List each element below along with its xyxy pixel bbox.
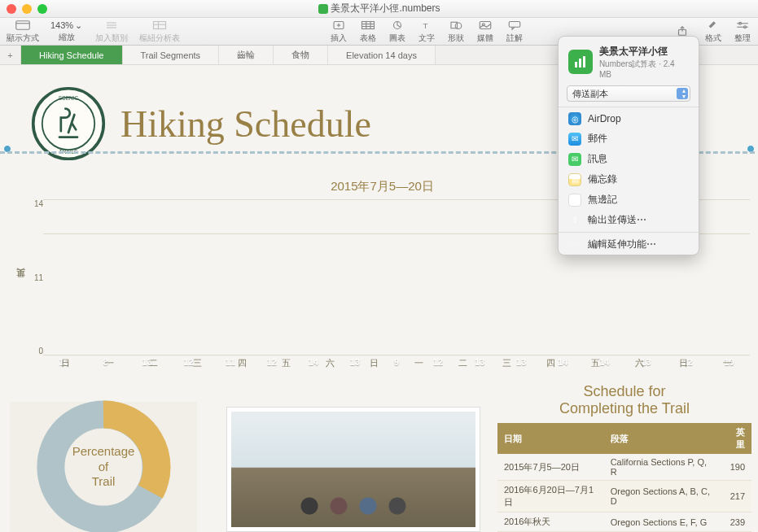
sheet-tab[interactable]: Hiking Schedule	[21, 46, 123, 64]
close-icon[interactable]	[7, 4, 16, 14]
sheet-tab[interactable]: 齒輪	[219, 46, 274, 64]
share-option-mail[interactable]: ✉郵件	[559, 129, 699, 149]
chevron-down-icon: ⌄	[75, 20, 82, 31]
extensions-icon: ⋯	[568, 238, 581, 251]
share-option-airdrop[interactable]: ◎AirDrop	[559, 109, 699, 129]
chevron-updown-icon: ▴▾	[682, 88, 686, 99]
share-option-notes[interactable]: ▤備忘錄	[559, 169, 699, 190]
organize-button[interactable]: 整理	[734, 19, 751, 44]
shape-button[interactable]: 形狀	[447, 19, 465, 44]
table-button[interactable]: 表格	[359, 19, 377, 44]
svg-text:T: T	[423, 21, 428, 30]
svg-rect-36	[583, 56, 585, 68]
minimize-icon[interactable]	[22, 4, 32, 14]
notes-icon: ▤	[568, 173, 581, 186]
table-row[interactable]: 2015年7月5—20日California Sections P, Q, R1…	[497, 454, 751, 481]
document-title: 美景太平洋小徑.numbers	[318, 2, 440, 15]
zoom-control[interactable]: 143%⌄ 縮放	[50, 20, 82, 43]
share-doc-name: 美景太平洋小徑	[599, 45, 689, 59]
export-icon: ⇪	[568, 214, 581, 227]
table-row[interactable]: 2016年6月20日—7月1日Oregon Sections A, B, C, …	[497, 481, 751, 512]
svg-rect-5	[154, 22, 166, 29]
share-header: 美景太平洋小徑 Numbers試算表 · 2.4 MB	[559, 37, 699, 85]
add-sheet-button[interactable]: +	[0, 46, 21, 64]
airdrop-icon: ◎	[568, 112, 581, 125]
schedule-table[interactable]: 日期段落英里 2015年7月5—20日California Sections P…	[497, 423, 751, 532]
donut-label: PercentageofTrail	[72, 444, 135, 490]
table-row[interactable]: 2016年秋天Oregon Sections E, F, G239	[497, 512, 751, 532]
wander-icon: ✿	[568, 194, 581, 207]
msg-icon: ✉	[568, 153, 581, 166]
sheet-tab[interactable]: 食物	[274, 46, 328, 64]
chart-button[interactable]: 圖表	[388, 19, 406, 44]
text-button[interactable]: T文字	[418, 19, 436, 44]
share-popover: 美景太平洋小徑 Numbers試算表 · 2.4 MB 傳送副本 ▴▾ ◎Air…	[558, 36, 699, 255]
share-option-wander[interactable]: ✿無邊記	[559, 190, 699, 210]
trail-logo-badge: SCENIC TRAILS	[31, 86, 106, 161]
svg-rect-34	[575, 62, 577, 68]
pivot-button[interactable]: 樞紐分析表	[139, 19, 180, 44]
svg-rect-0	[16, 21, 30, 30]
mail-icon: ✉	[568, 133, 581, 146]
share-doc-sub: Numbers試算表 · 2.4 MB	[599, 59, 689, 79]
table-header: 日期	[497, 423, 604, 454]
media-button[interactable]: 媒體	[476, 19, 494, 44]
schedule-table-section: Schedule forCompleting the Trail 日期段落英里 …	[497, 383, 751, 532]
svg-rect-11	[362, 22, 375, 29]
trail-photo[interactable]	[226, 407, 480, 532]
format-button[interactable]: 格式	[704, 19, 722, 44]
share-action-select[interactable]: 傳送副本 ▴▾	[567, 85, 690, 102]
window-titlebar: 美景太平洋小徑.numbers	[0, 0, 758, 18]
table-header: 段落	[604, 423, 721, 454]
share-option-export[interactable]: ⇪輸出並傳送⋯	[559, 210, 699, 230]
x-axis-labels: 日一二三四五六日一二三四五六日一	[43, 357, 750, 370]
table-header: 英里	[721, 423, 751, 454]
add-category-button[interactable]: 加入類別	[95, 19, 128, 44]
share-option-msg[interactable]: ✉訊息	[559, 149, 699, 169]
numbers-doc-icon	[568, 50, 593, 74]
sheet-tab[interactable]: Trail Segments	[123, 46, 220, 64]
svg-text:SCENIC: SCENIC	[59, 95, 79, 101]
svg-rect-35	[579, 59, 581, 68]
window-controls	[7, 4, 47, 14]
insert-button[interactable]: 插入	[330, 19, 348, 44]
view-button[interactable]: 顯示方式	[7, 19, 39, 44]
sheet-tab[interactable]: Elevation 14 days	[328, 46, 436, 64]
document-title-text: 美景太平洋小徑.numbers	[331, 2, 440, 15]
schedule-title: Schedule forCompleting the Trail	[497, 383, 751, 418]
y-axis-ticks: 14110	[28, 199, 43, 370]
percentage-donut-chart[interactable]: PercentageofTrail	[10, 402, 197, 532]
svg-point-19	[455, 23, 462, 29]
share-edit-extensions[interactable]: ⋯ 編輯延伸功能⋯	[559, 234, 699, 255]
numbers-app-icon	[318, 4, 327, 14]
svg-rect-22	[509, 22, 520, 28]
comment-button[interactable]: 註解	[506, 19, 524, 44]
maximize-icon[interactable]	[37, 4, 47, 14]
page-title: Hiking Schedule	[120, 102, 371, 146]
